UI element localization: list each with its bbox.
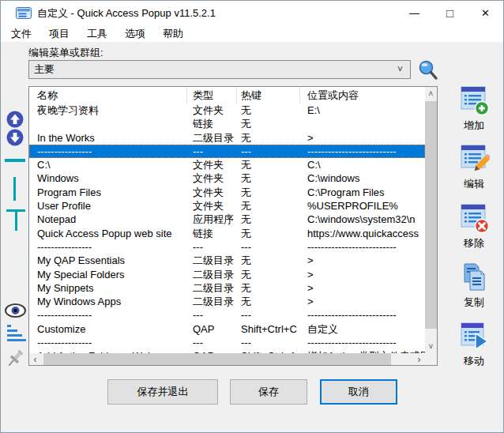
cell-location: %USERPROFILE% [300,199,425,213]
edit-list-icon [458,143,490,175]
chevron-down-icon: ˅ [397,64,410,75]
table-row[interactable]: My Snippets二级目录无> [29,281,425,295]
qap-customize-window: 自定义 - Quick Access Popup v11.5.2.1 — □ ✕… [0,0,504,433]
cell-hotkey: 无 [237,104,300,117]
maximize-button[interactable]: □ [432,1,468,25]
menu-item[interactable]: 项目 [40,25,78,43]
scroll-down-icon[interactable]: ˅ [425,340,437,353]
column-header-hotkey[interactable]: 热键 [237,87,300,104]
cell-type: 二级目录 [187,268,237,281]
add-list-icon [458,85,490,116]
move-label: 移动 [464,354,484,368]
table-row[interactable]: My Special Folders二级目录无> [29,268,425,281]
move-button[interactable]: 移动 [449,320,498,368]
pin-icon[interactable] [5,348,26,372]
cell-type: 二级目录 [187,295,237,308]
cell-name: My Special Folders [29,268,187,281]
cell-name: Quick Access Popup web site [29,227,187,240]
menu-options[interactable]: 选项 [116,25,154,43]
table-row[interactable]: Notepad应用程序无C:\windows\system32\n [29,213,425,226]
add-separator-icon[interactable] [5,159,25,162]
column-header-name[interactable]: 名称 [29,87,187,104]
cell-hotkey: --- [237,240,300,254]
cell-type: 文件夹 [187,171,237,185]
cell-hotkey: --- [237,145,300,158]
search-icon[interactable] [417,59,439,81]
cell-type: 链接 [187,117,237,130]
cell-location: -------------------------- [300,308,425,322]
cell-type: 应用程序 [187,213,237,226]
table-header: 名称 类型 热键 位置或内容 [29,87,425,104]
minimize-button[interactable]: — [397,1,432,25]
window-title: 自定义 - Quick Access Popup v11.5.2.1 [37,6,216,21]
cell-name: 夜晚学习资料 [29,104,187,117]
edit-button[interactable]: 编辑 [449,143,498,191]
add-column-break-icon[interactable] [13,177,16,201]
menu-file[interactable]: 文件 [2,25,40,43]
vertical-scrollbar[interactable]: ˄ ˅ [425,87,437,353]
remove-list-icon [458,202,490,234]
cell-hotkey: --- [237,308,300,322]
cell-name: ---------------- [29,336,187,349]
table-row-selected[interactable]: ----------------------------------------… [29,145,425,158]
table-row[interactable]: My QAP Essentials二级目录无> [29,254,425,267]
cell-name: ---------------- [29,145,187,158]
add-button[interactable]: 增加 [449,85,498,133]
move-list-icon [458,320,490,352]
table-row[interactable]: C:\文件夹无C:\ [29,158,425,171]
cell-type: 文件夹 [187,186,237,199]
cell-type: 二级目录 [187,254,237,267]
menu-tools[interactable]: 工具 [78,25,116,43]
move-to-top-icon[interactable] [6,209,25,232]
edit-menu-label: 编辑菜单或群组: [28,46,103,60]
scroll-right-icon[interactable]: › [413,353,425,365]
save-and-exit-button[interactable]: 保存并退出 [107,379,218,405]
menu-group-select[interactable]: 主要 ˅ [28,60,411,79]
sort-bars-icon[interactable] [7,325,26,344]
scroll-left-icon[interactable]: ‹ [29,353,41,365]
column-header-location[interactable]: 位置或内容 [300,87,425,104]
eye-icon[interactable] [5,303,26,318]
cell-name: C:\ [29,158,187,171]
cell-name: ---------------- [29,240,187,254]
vertical-scroll-thumb[interactable] [425,101,437,329]
table-row[interactable]: Program Files文件夹无C:\Program Files [29,186,425,199]
table-row[interactable]: CustomizeQAPShift+Ctrl+C自定义 [29,322,425,336]
move-up-icon[interactable] [6,111,24,128]
table-row[interactable]: ----------------------------------------… [29,336,425,349]
table-row[interactable]: In the Works二级目录无> [29,131,425,145]
cell-type: QAP [187,322,237,336]
table-row[interactable]: User Profile文件夹无%USERPROFILE% [29,199,425,213]
table-row[interactable]: ----------------------------------------… [29,308,425,322]
table-row[interactable]: 夜晚学习资料文件夹无E:\ [29,104,425,117]
table-row[interactable]: ----------------------------------------… [29,240,425,254]
cell-name: Customize [29,322,187,336]
cancel-button[interactable]: 取消 [320,379,397,405]
remove-button[interactable]: 移除 [449,202,498,250]
horizontal-scroll-thumb[interactable] [43,353,391,365]
horizontal-scrollbar[interactable]: ‹ › [29,353,425,365]
cell-hotkey: 无 [237,281,300,295]
close-button[interactable]: ✕ [468,1,503,25]
menu-help[interactable]: 帮助 [154,25,192,43]
save-button[interactable]: 保存 [230,379,307,405]
cell-location: > [300,295,425,308]
cell-hotkey: Shift+Ctrl+C [237,322,300,336]
cell-name: In the Works [29,131,187,145]
cell-type: --- [187,240,237,254]
cell-hotkey: 无 [237,213,300,226]
copy-button[interactable]: 复制 [449,262,498,310]
scroll-up-icon[interactable]: ˄ [425,87,437,100]
table-row[interactable]: 链接无 [29,117,425,130]
cell-hotkey: 无 [237,117,300,130]
cell-hotkey: 无 [237,158,300,171]
cell-hotkey: 无 [237,131,300,145]
cell-location: -------------------------- [300,240,425,254]
table-row[interactable]: My Windows Apps二级目录无> [29,295,425,308]
table-row[interactable]: Quick Access Popup web site链接无https://ww… [29,227,425,240]
table-row[interactable]: Windows文件夹无C:\windows [29,171,425,185]
bar [7,334,22,337]
t-icon-stem [15,212,17,231]
move-down-icon[interactable] [6,129,24,146]
column-header-type[interactable]: 类型 [187,87,237,104]
